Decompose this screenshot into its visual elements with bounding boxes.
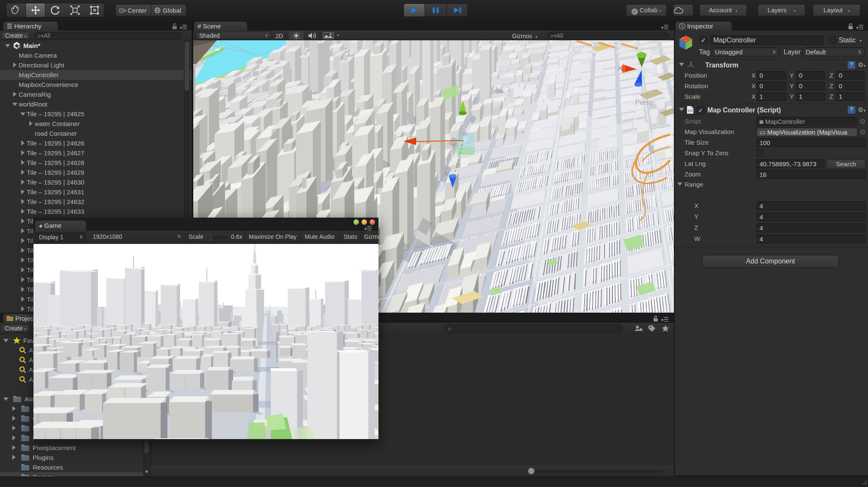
svg-text:Y: Y xyxy=(640,45,644,52)
svg-text:Persp: Persp xyxy=(635,98,654,106)
svg-text:X: X xyxy=(618,64,622,72)
svg-text:C#: C# xyxy=(688,109,693,113)
